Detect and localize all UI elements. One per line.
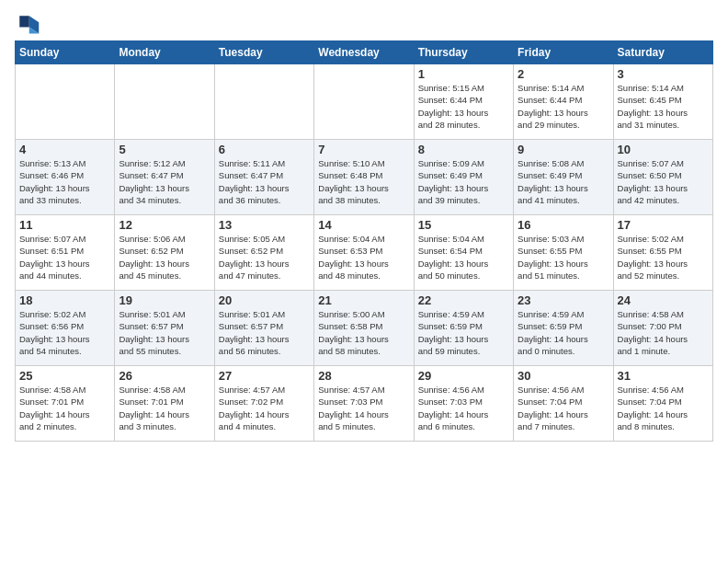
day-number: 7 (318, 143, 409, 156)
day-number: 5 (119, 143, 210, 156)
calendar-cell: 4Sunrise: 5:13 AM Sunset: 6:46 PM Daylig… (16, 140, 115, 215)
day-number: 25 (19, 369, 110, 383)
day-info: Sunrise: 5:09 AM Sunset: 6:49 PM Dayligh… (418, 157, 509, 206)
calendar-body: 1Sunrise: 5:15 AM Sunset: 6:44 PM Daylig… (16, 64, 713, 442)
day-number: 27 (219, 369, 310, 383)
day-number: 10 (618, 143, 709, 156)
calendar-cell: 31Sunrise: 4:56 AM Sunset: 7:04 PM Dayli… (613, 366, 712, 442)
calendar-week-row: 11Sunrise: 5:07 AM Sunset: 6:51 PM Dayli… (16, 215, 713, 291)
calendar-cell: 25Sunrise: 4:58 AM Sunset: 7:01 PM Dayli… (16, 366, 115, 442)
calendar-cell: 21Sunrise: 5:00 AM Sunset: 6:58 PM Dayli… (314, 291, 414, 366)
day-number: 16 (518, 218, 609, 232)
calendar-header: SundayMondayTuesdayWednesdayThursdayFrid… (16, 41, 713, 64)
calendar-cell: 5Sunrise: 5:12 AM Sunset: 6:47 PM Daylig… (115, 140, 214, 215)
weekday-header-friday: Friday (514, 41, 613, 64)
weekday-header-saturday: Saturday (613, 41, 712, 64)
day-info: Sunrise: 5:02 AM Sunset: 6:55 PM Dayligh… (618, 233, 709, 282)
calendar-week-row: 4Sunrise: 5:13 AM Sunset: 6:46 PM Daylig… (16, 140, 713, 215)
calendar-cell: 23Sunrise: 4:59 AM Sunset: 6:59 PM Dayli… (514, 291, 613, 366)
day-number: 1 (418, 67, 509, 81)
day-number: 30 (518, 369, 609, 383)
day-number: 19 (119, 293, 210, 307)
day-info: Sunrise: 5:07 AM Sunset: 6:50 PM Dayligh… (618, 157, 709, 206)
calendar-cell: 6Sunrise: 5:11 AM Sunset: 6:47 PM Daylig… (214, 140, 313, 215)
calendar-cell: 28Sunrise: 4:57 AM Sunset: 7:03 PM Dayli… (314, 366, 414, 442)
day-number: 23 (518, 293, 609, 307)
calendar-cell (314, 64, 414, 140)
day-number: 22 (418, 293, 509, 307)
weekday-header-tuesday: Tuesday (214, 41, 313, 64)
calendar-week-row: 18Sunrise: 5:02 AM Sunset: 6:56 PM Dayli… (16, 291, 713, 366)
day-number: 29 (418, 369, 509, 383)
calendar-cell: 29Sunrise: 4:56 AM Sunset: 7:03 PM Dayli… (414, 366, 513, 442)
day-info: Sunrise: 4:59 AM Sunset: 6:59 PM Dayligh… (518, 308, 609, 357)
day-number: 15 (418, 218, 509, 232)
calendar-cell: 15Sunrise: 5:04 AM Sunset: 6:54 PM Dayli… (414, 215, 513, 291)
day-number: 9 (518, 143, 609, 156)
calendar-cell: 26Sunrise: 4:58 AM Sunset: 7:01 PM Dayli… (115, 366, 214, 442)
day-number: 4 (19, 143, 110, 156)
day-info: Sunrise: 4:57 AM Sunset: 7:03 PM Dayligh… (318, 384, 409, 432)
calendar-container: SundayMondayTuesdayWednesdayThursdayFrid… (0, 0, 728, 449)
day-info: Sunrise: 5:14 AM Sunset: 6:45 PM Dayligh… (618, 82, 709, 131)
calendar-cell (214, 64, 313, 140)
day-number: 8 (418, 143, 509, 156)
day-info: Sunrise: 5:12 AM Sunset: 6:47 PM Dayligh… (119, 157, 210, 206)
calendar-cell: 12Sunrise: 5:06 AM Sunset: 6:52 PM Dayli… (115, 215, 214, 291)
day-number: 2 (518, 67, 609, 81)
calendar-cell: 22Sunrise: 4:59 AM Sunset: 6:59 PM Dayli… (414, 291, 513, 366)
day-number: 3 (618, 67, 709, 81)
weekday-header-row: SundayMondayTuesdayWednesdayThursdayFrid… (16, 41, 713, 64)
day-info: Sunrise: 4:56 AM Sunset: 7:04 PM Dayligh… (618, 384, 709, 432)
day-info: Sunrise: 5:06 AM Sunset: 6:52 PM Dayligh… (119, 233, 210, 282)
day-info: Sunrise: 5:08 AM Sunset: 6:49 PM Dayligh… (518, 157, 609, 206)
day-number: 28 (318, 369, 409, 383)
day-info: Sunrise: 4:59 AM Sunset: 6:59 PM Dayligh… (418, 308, 509, 357)
calendar-cell: 10Sunrise: 5:07 AM Sunset: 6:50 PM Dayli… (613, 140, 712, 215)
logo-icon (15, 11, 40, 37)
weekday-header-thursday: Thursday (414, 41, 513, 64)
day-info: Sunrise: 5:14 AM Sunset: 6:44 PM Dayligh… (518, 82, 609, 131)
calendar-cell: 30Sunrise: 4:56 AM Sunset: 7:04 PM Dayli… (514, 366, 613, 442)
day-info: Sunrise: 4:58 AM Sunset: 7:00 PM Dayligh… (618, 308, 709, 357)
day-number: 11 (19, 218, 110, 232)
day-info: Sunrise: 4:58 AM Sunset: 7:01 PM Dayligh… (19, 384, 110, 432)
day-info: Sunrise: 5:03 AM Sunset: 6:55 PM Dayligh… (518, 233, 609, 282)
day-info: Sunrise: 5:04 AM Sunset: 6:53 PM Dayligh… (318, 233, 409, 282)
day-number: 12 (119, 218, 210, 232)
calendar-cell: 2Sunrise: 5:14 AM Sunset: 6:44 PM Daylig… (514, 64, 613, 140)
day-number: 6 (219, 143, 310, 156)
calendar-cell: 3Sunrise: 5:14 AM Sunset: 6:45 PM Daylig… (613, 64, 712, 140)
day-info: Sunrise: 5:10 AM Sunset: 6:48 PM Dayligh… (318, 157, 409, 206)
logo (15, 11, 44, 37)
day-info: Sunrise: 4:58 AM Sunset: 7:01 PM Dayligh… (119, 384, 210, 432)
day-info: Sunrise: 5:01 AM Sunset: 6:57 PM Dayligh… (219, 308, 310, 357)
day-info: Sunrise: 5:11 AM Sunset: 6:47 PM Dayligh… (219, 157, 310, 206)
calendar-cell: 7Sunrise: 5:10 AM Sunset: 6:48 PM Daylig… (314, 140, 414, 215)
calendar-cell: 9Sunrise: 5:08 AM Sunset: 6:49 PM Daylig… (514, 140, 613, 215)
weekday-header-wednesday: Wednesday (314, 41, 414, 64)
day-info: Sunrise: 4:56 AM Sunset: 7:04 PM Dayligh… (518, 384, 609, 432)
day-number: 14 (318, 218, 409, 232)
day-info: Sunrise: 5:01 AM Sunset: 6:57 PM Dayligh… (119, 308, 210, 357)
day-number: 20 (219, 293, 310, 307)
svg-marker-2 (19, 16, 29, 27)
weekday-header-sunday: Sunday (16, 41, 115, 64)
day-info: Sunrise: 5:13 AM Sunset: 6:46 PM Dayligh… (19, 157, 110, 206)
calendar-cell: 19Sunrise: 5:01 AM Sunset: 6:57 PM Dayli… (115, 291, 214, 366)
header (15, 11, 713, 37)
calendar-cell (115, 64, 214, 140)
calendar-week-row: 25Sunrise: 4:58 AM Sunset: 7:01 PM Dayli… (16, 366, 713, 442)
day-info: Sunrise: 5:07 AM Sunset: 6:51 PM Dayligh… (19, 233, 110, 282)
day-number: 31 (618, 369, 709, 383)
day-info: Sunrise: 4:56 AM Sunset: 7:03 PM Dayligh… (418, 384, 509, 432)
day-number: 21 (318, 293, 409, 307)
day-info: Sunrise: 5:00 AM Sunset: 6:58 PM Dayligh… (318, 308, 409, 357)
calendar-cell: 8Sunrise: 5:09 AM Sunset: 6:49 PM Daylig… (414, 140, 513, 215)
day-number: 24 (618, 293, 709, 307)
day-number: 18 (19, 293, 110, 307)
day-number: 17 (618, 218, 709, 232)
day-info: Sunrise: 5:04 AM Sunset: 6:54 PM Dayligh… (418, 233, 509, 282)
day-info: Sunrise: 5:02 AM Sunset: 6:56 PM Dayligh… (19, 308, 110, 357)
day-info: Sunrise: 4:57 AM Sunset: 7:02 PM Dayligh… (219, 384, 310, 432)
